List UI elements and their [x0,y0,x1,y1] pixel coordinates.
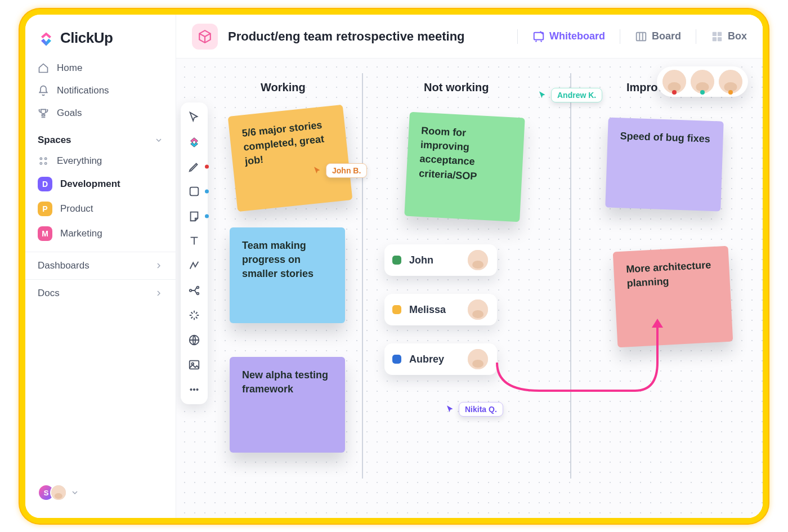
sidebar-item-development[interactable]: D Development [25,172,176,196]
svg-point-1 [45,158,47,159]
nav-goals[interactable]: Goals [25,102,176,124]
view-tabs: Whiteboard Board Box [517,27,747,46]
sidebar-item-everything[interactable]: Everything [25,150,176,172]
tool-clickup[interactable] [185,133,203,151]
tool-web[interactable] [185,331,203,349]
tool-connector[interactable] [185,257,203,275]
sidebar-item-everything-label: Everything [57,155,102,167]
topbar: Product/eng team retrospective meeting W… [176,15,763,59]
sidebar-section-dashboards[interactable]: Dashboards [25,252,176,279]
tool-pen[interactable] [185,158,203,176]
svg-point-18 [193,388,195,390]
sidebar-item-marketing[interactable]: M Marketing [25,221,176,246]
sticky-note[interactable]: Room for improving acceptance criteria/S… [404,112,525,222]
connector-icon [188,260,200,272]
sparkle-icon [188,309,200,321]
space-label: Development [60,178,120,190]
pen-icon [188,160,200,173]
brand-logo[interactable]: ClickUp [25,29,176,57]
avatar [50,484,67,501]
bell-icon [38,85,49,96]
chip-name: Melissa [409,304,460,316]
nav-notifications[interactable]: Notifications [25,79,176,102]
section-label: Dashboards [38,260,89,271]
whiteboard-canvas[interactable]: Working Not working Improve [176,59,763,518]
chevron-down-icon [154,136,163,145]
tool-select[interactable] [185,108,203,126]
column-divider [362,73,363,479]
view-tab-label: Box [728,30,747,42]
globe-icon [188,334,200,346]
main-area: Product/eng team retrospective meeting W… [176,15,763,518]
tool-image[interactable] [185,356,203,374]
user-chip[interactable]: John [384,244,497,276]
remote-cursor-andrew: Andrew K. [538,88,602,102]
svg-point-12 [197,287,199,289]
chevron-right-icon [154,289,163,298]
cursor-label: Andrew K. [551,88,602,102]
column-header-not-working: Not working [424,81,489,94]
sticky-note[interactable]: 5/6 major stories completed, great job! [228,105,353,212]
sticky-note[interactable]: More architecture planning [613,246,733,347]
spaces-header[interactable]: Spaces [25,124,176,150]
tool-ai[interactable] [185,306,203,324]
sidebar-item-product[interactable]: P Product [25,196,176,221]
cursor-icon [312,166,323,176]
home-icon [38,62,49,74]
cursor-icon [188,111,200,123]
mindmap-icon [188,284,200,297]
view-tab-board[interactable]: Board [635,27,681,46]
svg-point-17 [190,388,192,390]
svg-rect-6 [713,32,717,35]
chip-color [392,355,401,364]
avatar [662,70,686,93]
box-icon [711,30,723,43]
cube-icon [198,29,212,44]
whiteboard-toolbox [181,102,208,404]
remote-cursor-john: John B. [312,163,367,178]
avatar [691,70,714,93]
avatar [468,250,488,270]
spaces-header-label: Spaces [38,135,71,146]
avatar [468,349,488,369]
chip-name: Aubrey [409,354,460,365]
presence-avatars[interactable] [657,66,748,97]
sidebar-footer-avatars[interactable]: S [25,476,176,509]
user-chip[interactable]: Melissa [384,294,497,325]
svg-rect-15 [190,361,199,369]
svg-point-3 [45,163,47,164]
space-label: Marketing [60,228,102,239]
chevron-right-icon [154,261,163,270]
svg-rect-10 [190,187,199,196]
svg-point-11 [190,289,192,292]
sticky-note[interactable]: New alpha testing framework [230,357,345,453]
square-icon [188,185,200,198]
svg-point-13 [197,293,199,295]
text-icon [188,235,200,247]
tool-sticky[interactable] [185,207,203,225]
view-tab-box[interactable]: Box [711,27,747,46]
column-divider [570,73,571,479]
svg-rect-8 [713,37,717,41]
ellipsis-icon [188,383,200,396]
remote-cursor-nikita: Nikita Q. [445,402,503,417]
board-icon [635,30,647,43]
divider [620,29,620,44]
clickup-logo-icon [38,30,55,47]
sticky-note[interactable]: Team making progress on smaller stories [230,227,345,323]
view-tab-whiteboard[interactable]: Whiteboard [532,27,605,46]
nav-home[interactable]: Home [25,57,176,79]
sticky-note[interactable]: Speed of bug fixes [605,117,723,211]
view-tab-label: Whiteboard [549,30,605,42]
tool-more[interactable] [185,381,203,399]
user-chip[interactable]: Aubrey [384,343,497,375]
svg-rect-9 [718,37,722,41]
grid4-icon [38,155,49,167]
avatar [719,70,742,93]
sidebar-section-docs[interactable]: Docs [25,279,176,307]
tool-text[interactable] [185,232,203,250]
tool-mindmap[interactable] [185,281,203,299]
cursor-icon [538,90,548,100]
tool-shape[interactable] [185,182,203,200]
avatar [468,299,488,320]
